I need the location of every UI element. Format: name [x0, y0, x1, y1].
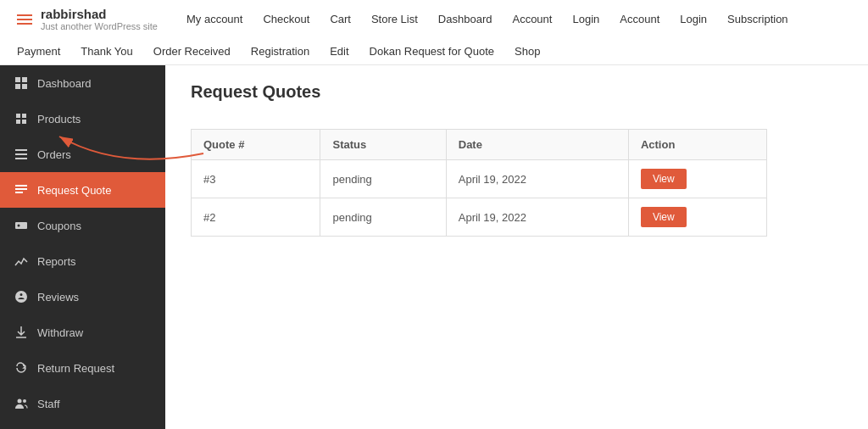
- svg-point-6: [18, 399, 22, 404]
- sidebar-label-products: Products: [37, 113, 81, 125]
- dashboard-icon: [14, 75, 29, 91]
- site-logo: rabbirshad Just another WordPress site: [41, 7, 158, 31]
- sidebar-item-return-request[interactable]: Return Request: [0, 350, 165, 386]
- sidebar-label-reports: Reports: [37, 255, 76, 268]
- cell-action: View: [628, 160, 766, 198]
- site-name: rabbirshad: [41, 7, 158, 21]
- svg-rect-4: [15, 222, 27, 229]
- col-quote-num: Quote #: [192, 130, 320, 160]
- nav-my-account[interactable]: My account: [186, 13, 242, 25]
- sidebar-label-coupons: Coupons: [37, 220, 81, 232]
- sidebar-item-orders[interactable]: Orders: [0, 136, 165, 172]
- sidebar-label-orders: Orders: [37, 148, 71, 161]
- staff-icon: [14, 396, 29, 411]
- nav-dokan-request[interactable]: Dokan Request for Quote: [370, 45, 494, 58]
- site-tagline: Just another WordPress site: [41, 21, 158, 31]
- view-button[interactable]: View: [641, 169, 687, 189]
- coupons-icon: [14, 218, 29, 233]
- sidebar-item-withdraw[interactable]: Withdraw: [0, 315, 165, 350]
- sidebar-label-return-request: Return Request: [37, 362, 114, 375]
- return-request-icon: [14, 360, 29, 376]
- view-button[interactable]: View: [641, 207, 687, 227]
- hamburger-icon[interactable]: [17, 14, 32, 25]
- nav-cart[interactable]: Cart: [330, 13, 351, 25]
- nav-login2[interactable]: Login: [680, 13, 707, 25]
- sidebar-label-withdraw: Withdraw: [37, 326, 83, 339]
- col-action: Action: [628, 130, 766, 160]
- sidebar-item-reports[interactable]: Reports: [0, 243, 165, 279]
- nav-edit[interactable]: Edit: [330, 45, 348, 58]
- orders-icon: [14, 147, 29, 162]
- products-icon: [14, 111, 29, 126]
- page-title: Request Quotes: [191, 82, 843, 102]
- table-row: #2pendingApril 19, 2022View: [192, 198, 767, 237]
- nav-checkout[interactable]: Checkout: [263, 13, 309, 25]
- quotes-table: Quote # Status Date Action #3pendingApri…: [191, 129, 767, 237]
- table-row: #3pendingApril 19, 2022View: [192, 160, 767, 198]
- cell-status: pending: [320, 160, 446, 198]
- cell-quote-num: #2: [192, 198, 320, 237]
- nav-shop[interactable]: Shop: [515, 45, 540, 58]
- sidebar-item-request-quote[interactable]: Request Quote: [0, 172, 165, 208]
- sidebar-item-reviews[interactable]: Reviews: [0, 279, 165, 315]
- logo-area: rabbirshad Just another WordPress site: [17, 7, 158, 31]
- sidebar-label-staff: Staff: [37, 398, 60, 410]
- reports-icon: [14, 254, 29, 269]
- nav-registration[interactable]: Registration: [251, 45, 309, 58]
- sidebar-item-products[interactable]: Products: [0, 101, 165, 136]
- withdraw-icon: [14, 325, 29, 340]
- svg-rect-3: [22, 84, 27, 89]
- nav-thank-you[interactable]: Thank You: [81, 45, 132, 58]
- sidebar-label-dashboard: Dashboard: [37, 77, 92, 90]
- nav-login1[interactable]: Login: [572, 13, 599, 25]
- nav-dashboard[interactable]: Dashboard: [438, 13, 492, 25]
- reviews-icon: [14, 289, 29, 304]
- cell-date: April 19, 2022: [446, 198, 628, 237]
- nav-payment[interactable]: Payment: [17, 45, 60, 58]
- svg-rect-0: [15, 77, 20, 82]
- nav-account1[interactable]: Account: [512, 13, 552, 25]
- sidebar-item-dashboard[interactable]: Dashboard: [0, 65, 165, 101]
- sidebar-item-followers[interactable]: Followers: [0, 421, 165, 429]
- top-nav-row2: Payment Thank You Order Received Registr…: [17, 38, 851, 64]
- cell-status: pending: [320, 198, 446, 237]
- cell-quote-num: #3: [192, 160, 320, 198]
- top-navigation: rabbirshad Just another WordPress site M…: [0, 0, 868, 65]
- svg-rect-1: [22, 77, 27, 82]
- col-status: Status: [320, 130, 446, 160]
- main-layout: Dashboard Products Orders Request Quote: [0, 65, 868, 429]
- request-quote-icon: [14, 182, 29, 198]
- cell-action: View: [628, 198, 766, 237]
- sidebar-item-staff[interactable]: Staff: [0, 386, 165, 421]
- nav-store-list[interactable]: Store List: [371, 13, 418, 25]
- nav-subscription[interactable]: Subscription: [727, 13, 788, 25]
- nav-account2[interactable]: Account: [620, 13, 659, 25]
- sidebar: Dashboard Products Orders Request Quote: [0, 65, 165, 429]
- top-nav-row1: rabbirshad Just another WordPress site M…: [17, 0, 851, 38]
- sidebar-label-request-quote: Request Quote: [37, 184, 111, 197]
- sidebar-label-reviews: Reviews: [37, 291, 79, 304]
- sidebar-item-coupons[interactable]: Coupons: [0, 208, 165, 243]
- col-date: Date: [446, 130, 628, 160]
- main-content: Request Quotes Quote # Status Date Actio…: [165, 65, 868, 429]
- svg-point-7: [23, 399, 26, 403]
- svg-rect-2: [15, 84, 20, 89]
- nav-order-received[interactable]: Order Received: [153, 45, 231, 58]
- cell-date: April 19, 2022: [446, 160, 628, 198]
- svg-point-5: [18, 225, 20, 227]
